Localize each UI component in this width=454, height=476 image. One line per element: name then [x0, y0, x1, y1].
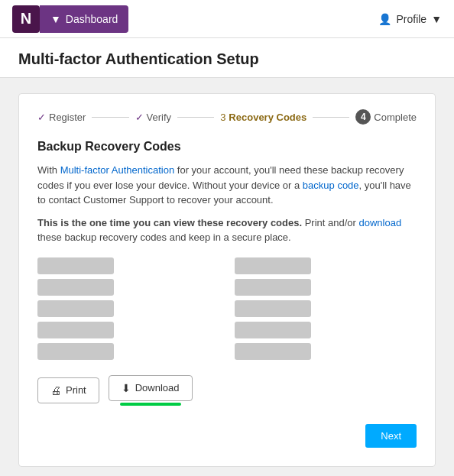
profile-icon: 👤: [378, 13, 391, 25]
code-item: [37, 343, 114, 360]
print-icon: 🖨: [50, 384, 61, 397]
download-button[interactable]: ⬇ Download: [109, 375, 193, 401]
profile-button[interactable]: 👤 Profile ▼: [378, 13, 442, 25]
step-line-1: [92, 117, 128, 118]
code-item: [37, 279, 114, 296]
step-complete-circle: 4: [355, 109, 371, 125]
step-verify: ✓ Verify: [135, 112, 172, 123]
dashboard-chevron: ▼: [50, 13, 61, 25]
action-buttons: 🖨 Print ⬇ Download: [37, 375, 417, 406]
stepper: ✓ Register ✓ Verify 3 Recovery Codes 4 C…: [37, 109, 417, 125]
step-complete-label: Complete: [374, 112, 417, 123]
step-register: ✓ Register: [37, 112, 86, 123]
step-line-3: [313, 117, 349, 118]
download-underline: [120, 403, 181, 406]
one-time-notice: This is the one time you can view these …: [37, 217, 302, 228]
print-label: Print: [66, 384, 86, 396]
backup-code-link: backup code: [303, 180, 359, 191]
dashboard-label: Dashboard: [66, 13, 118, 25]
section-title: Backup Recovery Codes: [37, 140, 417, 154]
profile-chevron: ▼: [431, 13, 442, 25]
download-wrapper: ⬇ Download: [109, 375, 193, 406]
check-verify: ✓: [135, 112, 144, 123]
page-title-bar: Multi-factor Authentication Setup: [0, 38, 454, 78]
next-row: Next: [37, 424, 417, 448]
codes-grid: [37, 257, 417, 360]
step-complete: 4 Complete: [355, 109, 417, 125]
step-recovery-num: 3: [220, 112, 225, 123]
step-line-2: [177, 117, 214, 118]
print-button[interactable]: 🖨 Print: [37, 377, 99, 403]
main-content: ✓ Register ✓ Verify 3 Recovery Codes 4 C…: [0, 78, 454, 476]
profile-label: Profile: [396, 13, 426, 25]
header-left: N ▼ Dashboard: [12, 5, 128, 33]
logo: N: [12, 5, 40, 33]
check-register: ✓: [37, 112, 46, 123]
code-item: [235, 257, 311, 274]
description-1: With Multi-factor Authentication for you…: [37, 163, 417, 208]
step-verify-label: Verify: [147, 112, 172, 123]
code-item: [37, 257, 114, 274]
next-button[interactable]: Next: [365, 424, 417, 448]
step-recovery-label: Recovery Codes: [229, 112, 306, 123]
code-item: [37, 322, 114, 338]
code-item: [235, 300, 311, 317]
description-2: This is the one time you can view these …: [37, 215, 417, 245]
download-label: Download: [135, 382, 180, 393]
page-title: Multi-factor Authentication Setup: [18, 50, 436, 68]
download-icon: ⬇: [122, 382, 131, 394]
step-recovery: 3 Recovery Codes: [220, 112, 306, 123]
card: ✓ Register ✓ Verify 3 Recovery Codes 4 C…: [18, 93, 436, 467]
dashboard-button[interactable]: ▼ Dashboard: [40, 5, 128, 33]
mfa-link: Multi-factor Authentication: [60, 164, 175, 176]
next-label: Next: [381, 430, 401, 442]
step-register-label: Register: [49, 112, 86, 123]
code-item: [235, 343, 311, 360]
download-link: download: [359, 217, 402, 228]
code-item: [235, 279, 311, 296]
code-item: [235, 322, 311, 338]
header: N ▼ Dashboard 👤 Profile ▼: [0, 0, 454, 38]
code-item: [37, 300, 114, 317]
